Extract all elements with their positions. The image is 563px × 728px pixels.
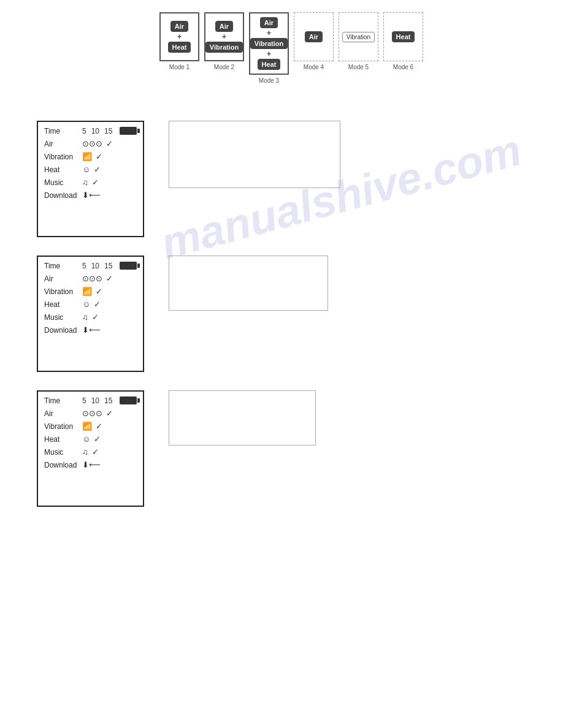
music-row-3: Music ♫ ✓ xyxy=(44,447,137,457)
vibration-icon-3: 📶 xyxy=(82,422,92,431)
vibration-row-1: Vibration 📶 ✓ xyxy=(44,152,137,161)
mode3-label: Mode 3 xyxy=(259,77,279,84)
music-check-1: ✓ xyxy=(92,178,99,187)
heat-check-2: ✓ xyxy=(94,300,101,309)
time-val3-5: 5 xyxy=(82,396,86,405)
mode2-plus1: + xyxy=(222,33,226,40)
air-icon-3: ⊙⊙⊙ xyxy=(82,409,102,418)
heat-icon-3: ☺ xyxy=(82,434,90,444)
heat-label-3: Heat xyxy=(44,435,82,444)
download-row-2: Download ⬇⟵ xyxy=(44,325,137,335)
mode1-pill-air: Air xyxy=(170,21,188,32)
download-icons-2: ⬇⟵ xyxy=(82,325,137,335)
music-icons-1: ♫ ✓ xyxy=(82,178,137,187)
music-row-2: Music ♫ ✓ xyxy=(44,313,137,322)
panel-row-2: Time 5 10 15 Air ⊙⊙⊙ ✓ Vibration 📶 ✓ xyxy=(37,256,526,372)
panel-row-3: Time 5 10 15 Air ⊙⊙⊙ ✓ Vibration 📶 ✓ xyxy=(37,390,526,507)
mode1-label: Mode 1 xyxy=(169,64,190,70)
air-icons-3: ⊙⊙⊙ ✓ xyxy=(82,409,137,418)
mode2-label: Mode 2 xyxy=(214,64,234,70)
music-label-1: Music xyxy=(44,178,82,187)
heat-icon-1: ☺ xyxy=(82,165,90,174)
music-icons-2: ♫ ✓ xyxy=(82,313,137,322)
heat-row-3: Heat ☺ ✓ xyxy=(44,434,137,444)
time-val-5: 5 xyxy=(82,127,86,135)
time-label-2: Time xyxy=(44,262,82,270)
mode2-pill-air: Air xyxy=(215,21,233,32)
download-icons-3: ⬇⟵ xyxy=(82,460,137,469)
vibration-check-3: ✓ xyxy=(96,422,102,431)
vibration-check-2: ✓ xyxy=(96,287,102,296)
mode3-plus1: + xyxy=(267,29,271,37)
mode-box-5: Vibration xyxy=(339,12,378,61)
music-label-2: Music xyxy=(44,313,82,322)
battery-icon-3 xyxy=(120,396,137,404)
download-icon-1: ⬇⟵ xyxy=(82,191,101,200)
mode-card-3: Air + Vibration + Heat Mode 3 xyxy=(249,12,289,84)
mode1-plus1: + xyxy=(177,33,182,40)
air-label-2: Air xyxy=(44,275,82,283)
mode3-pill-air: Air xyxy=(260,17,278,28)
vibration-label-2: Vibration xyxy=(44,287,82,296)
time-values-2: 5 10 15 xyxy=(82,262,112,270)
music-check-3: ✓ xyxy=(92,447,99,457)
vibration-label-1: Vibration xyxy=(44,153,82,161)
mode4-label: Mode 4 xyxy=(304,64,324,70)
mode6-label: Mode 6 xyxy=(393,64,413,70)
mode5-label: Mode 5 xyxy=(348,64,369,70)
mode2-pill-vibration: Vibration xyxy=(205,42,243,53)
battery-icon-2 xyxy=(120,262,137,270)
mode-card-1: Air + Heat Mode 1 xyxy=(159,12,199,70)
modes-section: Air + Heat Mode 1 Air + Vibration Mode 2… xyxy=(0,0,563,96)
mode-card-5: Vibration Mode 5 xyxy=(339,12,378,70)
content-box-2 xyxy=(169,256,328,311)
mode-card-6: Heat Mode 6 xyxy=(383,12,423,70)
heat-icons-1: ☺ ✓ xyxy=(82,165,137,174)
vibration-row-2: Vibration 📶 ✓ xyxy=(44,287,137,296)
download-label-2: Download xyxy=(44,326,82,335)
heat-check-3: ✓ xyxy=(94,434,101,444)
mode-box-2: Air + Vibration xyxy=(204,12,244,61)
time-label-3: Time xyxy=(44,396,82,405)
vibration-icons-2: 📶 ✓ xyxy=(82,287,137,296)
mode-box-4: Air xyxy=(294,12,334,61)
device-panel-3: Time 5 10 15 Air ⊙⊙⊙ ✓ Vibration 📶 ✓ xyxy=(37,390,144,507)
vibration-row-3: Vibration 📶 ✓ xyxy=(44,422,137,431)
heat-row-1: Heat ☺ ✓ xyxy=(44,165,137,174)
music-icons-3: ♫ ✓ xyxy=(82,447,137,457)
air-icons-1: ⊙⊙⊙ ✓ xyxy=(82,139,137,148)
vibration-icon-1: 📶 xyxy=(82,152,92,161)
download-row-3: Download ⬇⟵ xyxy=(44,460,137,469)
time-values-1: 5 10 15 xyxy=(82,127,112,135)
air-row-3: Air ⊙⊙⊙ ✓ xyxy=(44,409,137,418)
vibration-icons-1: 📶 ✓ xyxy=(82,152,137,161)
vibration-icon-2: 📶 xyxy=(82,287,92,296)
music-icon-3: ♫ xyxy=(82,447,88,457)
download-label-3: Download xyxy=(44,461,82,469)
panel-row-1: Time 5 10 15 Air ⊙⊙⊙ ✓ Vibration 📶 ✓ xyxy=(37,121,526,237)
time-values-3: 5 10 15 xyxy=(82,396,112,405)
download-row-1: Download ⬇⟵ xyxy=(44,191,137,200)
air-label-3: Air xyxy=(44,409,82,418)
time-val-15: 15 xyxy=(104,127,112,135)
music-icon-1: ♫ xyxy=(82,178,88,187)
time-val2-15: 15 xyxy=(104,262,112,270)
content-box-3 xyxy=(169,390,316,446)
time-val3-15: 15 xyxy=(104,396,112,405)
device-panel-2: Time 5 10 15 Air ⊙⊙⊙ ✓ Vibration 📶 ✓ xyxy=(37,256,144,372)
vibration-check-1: ✓ xyxy=(96,152,102,161)
heat-icon-2: ☺ xyxy=(82,300,90,309)
music-icon-2: ♫ xyxy=(82,313,88,322)
mode-card-2: Air + Vibration Mode 2 xyxy=(204,12,244,70)
mode5-pill-vibration: Vibration xyxy=(342,32,375,42)
air-check-1: ✓ xyxy=(106,139,113,148)
air-check-3: ✓ xyxy=(106,409,113,418)
heat-icons-2: ☺ ✓ xyxy=(82,300,137,309)
download-icon-2: ⬇⟵ xyxy=(82,325,101,335)
download-icon-3: ⬇⟵ xyxy=(82,460,101,469)
air-icon-2: ⊙⊙⊙ xyxy=(82,274,102,283)
mode-box-1: Air + Heat xyxy=(159,12,199,61)
heat-row-2: Heat ☺ ✓ xyxy=(44,300,137,309)
air-icon-1: ⊙⊙⊙ xyxy=(82,139,102,148)
time-label-1: Time xyxy=(44,127,82,135)
